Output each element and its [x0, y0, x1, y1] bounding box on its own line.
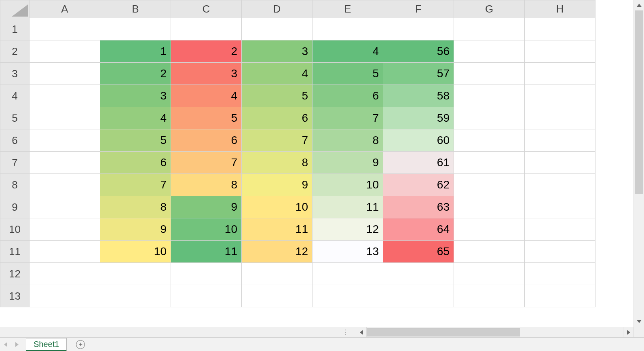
row-header-12[interactable]: 12: [0, 263, 30, 285]
scroll-up-button[interactable]: [634, 0, 644, 11]
cell-G1[interactable]: [454, 18, 525, 40]
cell-G6[interactable]: [454, 129, 525, 152]
scroll-down-button[interactable]: [634, 316, 644, 327]
cell-D7[interactable]: 8: [242, 152, 312, 174]
cell-E13[interactable]: [312, 285, 383, 307]
cell-E11[interactable]: 13: [312, 241, 383, 263]
cell-D11[interactable]: 12: [242, 241, 312, 263]
column-header-C[interactable]: C: [171, 0, 242, 18]
cell-B6[interactable]: 5: [100, 129, 171, 152]
cell-D12[interactable]: [242, 263, 312, 285]
cell-F6[interactable]: 60: [383, 129, 454, 152]
cell-F7[interactable]: 61: [383, 152, 454, 174]
cell-G13[interactable]: [454, 285, 525, 307]
cell-E12[interactable]: [312, 263, 383, 285]
select-all-corner[interactable]: [0, 0, 30, 18]
spreadsheet-grid[interactable]: ABCDEFGH12123456323455743456585456759656…: [0, 0, 633, 327]
cell-C3[interactable]: 3: [171, 63, 242, 85]
cell-F11[interactable]: 65: [383, 241, 454, 263]
cell-C8[interactable]: 8: [171, 174, 242, 196]
cell-C10[interactable]: 10: [171, 218, 242, 241]
cell-G9[interactable]: [454, 196, 525, 218]
cell-E3[interactable]: 5: [312, 63, 383, 85]
cell-G10[interactable]: [454, 218, 525, 241]
cell-E10[interactable]: 12: [312, 218, 383, 241]
cell-E8[interactable]: 10: [312, 174, 383, 196]
cell-B3[interactable]: 2: [100, 63, 171, 85]
cell-C13[interactable]: [171, 285, 242, 307]
cell-F9[interactable]: 63: [383, 196, 454, 218]
cell-D9[interactable]: 10: [242, 196, 312, 218]
cell-H3[interactable]: [525, 63, 595, 85]
cell-G12[interactable]: [454, 263, 525, 285]
row-header-6[interactable]: 6: [0, 129, 30, 152]
cell-B2[interactable]: 1: [100, 40, 171, 63]
cell-C5[interactable]: 5: [171, 107, 242, 129]
cell-C11[interactable]: 11: [171, 241, 242, 263]
cell-H11[interactable]: [525, 241, 595, 263]
cell-D8[interactable]: 9: [242, 174, 312, 196]
cell-C9[interactable]: 9: [171, 196, 242, 218]
column-header-A[interactable]: A: [30, 0, 100, 18]
cell-G11[interactable]: [454, 241, 525, 263]
cell-D13[interactable]: [242, 285, 312, 307]
cell-A13[interactable]: [30, 285, 100, 307]
row-header-5[interactable]: 5: [0, 107, 30, 129]
tab-nav-prev[interactable]: [0, 338, 11, 351]
cell-H6[interactable]: [525, 129, 595, 152]
cell-D10[interactable]: 11: [242, 218, 312, 241]
cell-A10[interactable]: [30, 218, 100, 241]
cell-D3[interactable]: 4: [242, 63, 312, 85]
cell-E6[interactable]: 8: [312, 129, 383, 152]
cell-B12[interactable]: [100, 263, 171, 285]
cell-E2[interactable]: 4: [312, 40, 383, 63]
vertical-scroll-thumb[interactable]: [635, 11, 643, 194]
new-sheet-button[interactable]: +: [72, 338, 89, 351]
cell-H9[interactable]: [525, 196, 595, 218]
cell-A7[interactable]: [30, 152, 100, 174]
cell-A12[interactable]: [30, 263, 100, 285]
horizontal-scroll-thumb[interactable]: [367, 328, 520, 336]
tab-nav-next[interactable]: [11, 338, 23, 351]
cell-C1[interactable]: [171, 18, 242, 40]
horizontal-scroll-track[interactable]: [366, 327, 623, 337]
cell-F1[interactable]: [383, 18, 454, 40]
cell-G4[interactable]: [454, 85, 525, 107]
column-header-H[interactable]: H: [525, 0, 595, 18]
cell-H5[interactable]: [525, 107, 595, 129]
row-header-9[interactable]: 9: [0, 196, 30, 218]
cell-C4[interactable]: 4: [171, 85, 242, 107]
cell-E4[interactable]: 6: [312, 85, 383, 107]
row-header-8[interactable]: 8: [0, 174, 30, 196]
cell-B9[interactable]: 8: [100, 196, 171, 218]
cell-A3[interactable]: [30, 63, 100, 85]
column-header-B[interactable]: B: [100, 0, 171, 18]
cell-F8[interactable]: 62: [383, 174, 454, 196]
cell-F4[interactable]: 58: [383, 85, 454, 107]
row-header-11[interactable]: 11: [0, 241, 30, 263]
cell-B10[interactable]: 9: [100, 218, 171, 241]
vertical-scrollbar[interactable]: [633, 0, 644, 327]
cell-A2[interactable]: [30, 40, 100, 63]
column-header-E[interactable]: E: [312, 0, 383, 18]
cell-E1[interactable]: [312, 18, 383, 40]
cell-B7[interactable]: 6: [100, 152, 171, 174]
row-header-10[interactable]: 10: [0, 218, 30, 241]
row-header-2[interactable]: 2: [0, 40, 30, 63]
cell-E7[interactable]: 9: [312, 152, 383, 174]
cell-A6[interactable]: [30, 129, 100, 152]
split-handle-icon[interactable]: ⋮: [342, 328, 356, 336]
cell-A4[interactable]: [30, 85, 100, 107]
cell-B1[interactable]: [100, 18, 171, 40]
cell-D5[interactable]: 6: [242, 107, 312, 129]
cell-D2[interactable]: 3: [242, 40, 312, 63]
scroll-left-button[interactable]: [356, 327, 366, 337]
cell-A9[interactable]: [30, 196, 100, 218]
cell-F10[interactable]: 64: [383, 218, 454, 241]
cell-H4[interactable]: [525, 85, 595, 107]
cell-F13[interactable]: [383, 285, 454, 307]
cell-H7[interactable]: [525, 152, 595, 174]
cell-A1[interactable]: [30, 18, 100, 40]
cell-G5[interactable]: [454, 107, 525, 129]
cell-H8[interactable]: [525, 174, 595, 196]
